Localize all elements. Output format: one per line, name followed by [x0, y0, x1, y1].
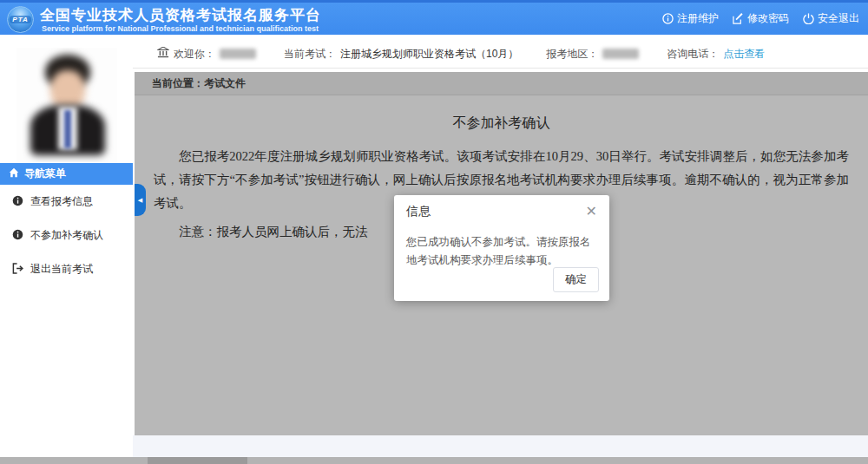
- safe-logout-link[interactable]: 安全退出: [803, 11, 859, 26]
- change-password-link[interactable]: 修改密码: [733, 11, 789, 26]
- logout-icon: [12, 263, 23, 277]
- scrollbar-thumb[interactable]: [148, 457, 247, 464]
- footer-strip: [133, 435, 868, 457]
- info-circle-icon: [12, 229, 23, 243]
- close-icon[interactable]: ✕: [586, 205, 597, 219]
- welcome-label: 欢迎你：: [174, 47, 215, 62]
- view-phone-link[interactable]: 点击查看: [723, 47, 765, 62]
- info-circle-icon: [662, 13, 674, 24]
- modal-header: 信息 ✕: [394, 195, 609, 225]
- consult-phone-label: 咨询电话：: [667, 47, 719, 62]
- header-actions: 注册维护 修改密码 安全退出: [662, 3, 859, 35]
- change-password-label: 修改密码: [747, 11, 789, 26]
- modal-message: 您已成功确认不参加考试。请按原报名地考试机构要求办理后续事项。: [394, 225, 609, 270]
- sidebar-menu: 查看报考信息 不参加补考确认 退出当前考试: [0, 185, 133, 286]
- register-maintain-label: 注册维护: [677, 11, 719, 26]
- safe-logout-label: 安全退出: [818, 11, 859, 26]
- sidebar-item-label: 不参加补考确认: [30, 228, 103, 243]
- logo-text: PTA: [10, 16, 30, 23]
- modal-title: 信息: [406, 204, 431, 219]
- phone-group: 咨询电话： 点击查看: [667, 47, 765, 62]
- avatar: [16, 48, 117, 162]
- bank-icon: [157, 47, 169, 61]
- avatar-tie: [64, 110, 71, 148]
- sidebar: 导航菜单 查看报考信息 不参加补考确认 退出当前考试: [0, 37, 133, 457]
- exam-region-redacted: [602, 49, 639, 59]
- sidebar-collapse-tab[interactable]: ◀: [135, 184, 146, 216]
- sidebar-item-view-registration[interactable]: 查看报考信息: [0, 185, 133, 219]
- platform-subtitle: Service platform for National Profession…: [42, 24, 319, 33]
- chevron-left-icon: ◀: [138, 197, 142, 204]
- current-exam-group: 当前考试： 注册城乡规划师职业资格考试（10月）: [284, 47, 518, 62]
- exam-region-label: 报考地区：: [546, 47, 598, 62]
- username-redacted: [220, 49, 256, 59]
- current-exam-value: 注册城乡规划师职业资格考试（10月）: [340, 47, 518, 62]
- register-maintain-link[interactable]: 注册维护: [662, 11, 719, 26]
- platform-title: 全国专业技术人员资格考试报名服务平台: [40, 5, 321, 25]
- power-icon: [803, 13, 814, 24]
- home-icon: [9, 167, 19, 180]
- welcome-group: 欢迎你：: [157, 47, 256, 62]
- welcome-bar: 欢迎你： 当前考试： 注册城乡规划师职业资格考试（10月） 报考地区： 咨询电话…: [133, 40, 868, 69]
- sidebar-item-exit-current-exam[interactable]: 退出当前考试: [0, 252, 133, 286]
- sidebar-item-label: 查看报考信息: [30, 194, 93, 209]
- confirm-button[interactable]: 确定: [553, 267, 599, 292]
- horizontal-scrollbar[interactable]: [0, 457, 868, 464]
- info-modal: 信息 ✕ 您已成功确认不参加考试。请按原报名地考试机构要求办理后续事项。 确定: [394, 195, 609, 301]
- sidebar-item-label: 退出当前考试: [30, 262, 93, 277]
- nav-menu-label: 导航菜单: [24, 167, 66, 181]
- main-panel: 当前位置： 考试文件 不参加补考确认 您已报考2022年度注册城乡规划师职业资格…: [135, 72, 868, 435]
- current-exam-label: 当前考试：: [284, 47, 336, 62]
- nav-menu-header: 导航菜单: [0, 163, 133, 185]
- platform-logo: PTA: [7, 6, 34, 33]
- info-circle-icon: [12, 195, 23, 209]
- sidebar-item-no-makeup-exam-confirm[interactable]: 不参加补考确认: [0, 219, 133, 252]
- exam-region-group: 报考地区：: [546, 47, 639, 62]
- top-header: PTA 全国专业技术人员资格考试报名服务平台 Service platform …: [0, 0, 868, 35]
- edit-icon: [733, 13, 744, 24]
- modal-footer: 确定: [553, 267, 599, 292]
